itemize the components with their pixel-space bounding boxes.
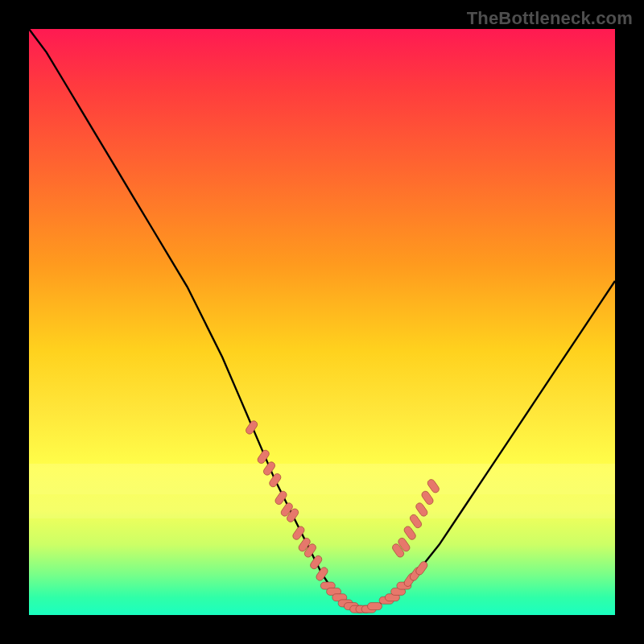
curve-svg (29, 29, 615, 615)
data-marker (420, 489, 435, 506)
svg-rect-33 (420, 489, 435, 506)
bottleneck-curve (29, 29, 615, 609)
svg-rect-34 (426, 478, 440, 494)
svg-rect-30 (402, 525, 417, 541)
svg-rect-3 (268, 473, 283, 489)
data-marker (315, 566, 329, 582)
marker-group-left (245, 419, 429, 613)
svg-rect-11 (315, 566, 329, 582)
data-marker (409, 514, 423, 530)
data-marker (402, 525, 417, 541)
svg-rect-32 (415, 502, 429, 518)
svg-rect-2 (262, 460, 277, 477)
data-marker (268, 473, 283, 489)
chart-plot-area (29, 29, 615, 615)
svg-rect-0 (245, 419, 259, 436)
svg-rect-31 (409, 514, 423, 530)
chart-frame: TheBottleneck.com (0, 0, 644, 644)
watermark-text: TheBottleneck.com (467, 8, 633, 29)
data-marker (368, 603, 382, 610)
svg-rect-10 (309, 555, 324, 571)
data-marker (262, 460, 277, 477)
data-marker (415, 502, 429, 518)
data-marker (309, 555, 324, 571)
marker-group-right (391, 478, 440, 559)
svg-rect-20 (368, 603, 382, 610)
data-marker (426, 478, 440, 494)
data-marker (245, 419, 259, 436)
